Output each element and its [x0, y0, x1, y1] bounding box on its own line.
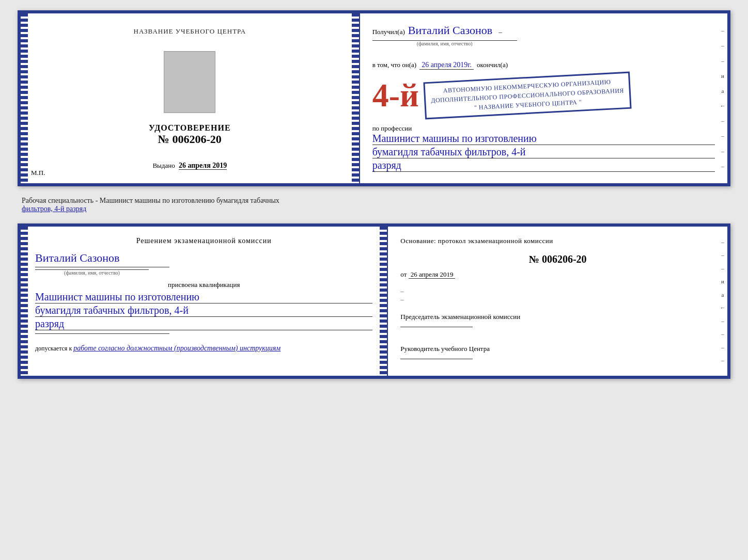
assigned-label: присвоена квалификация: [35, 281, 372, 289]
course-number: 4-й: [372, 79, 419, 112]
bottom-right-decorative: – – – и а ← – – – –: [718, 227, 727, 376]
cert-number-section: УДОСТОВЕРЕНИЕ № 006206-20: [149, 123, 231, 146]
middle-main-text: Рабочая специальность - Машинист машины …: [22, 197, 279, 204]
issued-line: Выдано 26 апреля 2019: [152, 162, 227, 170]
chairman-sign-line: [400, 327, 473, 327]
recipient-sublabel: (фамилия, имя, отчество): [372, 40, 517, 46]
bottom-cert-right: Основание: протокол экзаменационной коми…: [388, 227, 727, 376]
stamp-box: АВТОНОМНУЮ НЕКОММЕРЧЕСКУЮ ОРГАНИЗАЦИЮ ДО…: [423, 72, 631, 120]
issued-label: Выдано: [152, 162, 175, 169]
top-cert-right: Получил(а) Виталий Сазонов – (фамилия, и…: [360, 13, 727, 183]
protocol-date: от 26 апреля 2019: [400, 270, 715, 279]
cert-word: УДОСТОВЕРЕНИЕ: [149, 123, 231, 133]
right-border-decoration-left-panel: [352, 13, 359, 183]
protocol-number: № 006206-20: [400, 253, 715, 265]
middle-text: Рабочая специальность - Машинист машины …: [18, 195, 730, 215]
top-cert-left: НАЗВАНИЕ УЧЕБНОГО ЦЕНТРА УДОСТОВЕРЕНИЕ №…: [21, 13, 360, 183]
date-value: 26 апреля 2019: [409, 270, 456, 279]
allowed-text: допускается к работе согласно должностны…: [35, 344, 372, 353]
director-sign-line: [400, 359, 473, 359]
vtom-label: в том, что он(а): [372, 61, 417, 69]
profession-line2: бумагидля табачных фильтров, 4-й: [372, 146, 715, 158]
director-label: Руководитель учебного Центра: [400, 344, 715, 355]
middle-underline-text: фильтров, 4-й разряд: [22, 205, 86, 213]
name-underline: [35, 267, 169, 267]
allowed-label: допускается к: [35, 345, 72, 352]
bottom-left-right-border: [380, 227, 387, 376]
decision-heading: Решением экзаменационной комиссии: [35, 237, 372, 245]
person-sublabel: (фамилия, имя, отчество): [35, 269, 149, 276]
right-decorative: – – – и а ← – – – –: [718, 13, 727, 183]
bottom-cert-left: Решением экзаменационной комиссии Витали…: [21, 227, 388, 376]
left-border-decoration: [21, 13, 28, 183]
training-center-heading: НАЗВАНИЕ УЧЕБНОГО ЦЕНТРА: [134, 27, 246, 36]
qual-line1: Машинист машины по изготовлению: [35, 291, 372, 303]
qual-line2: бумагидля табачных фильтров, 4-й: [35, 305, 372, 317]
profession-line3: разряд: [372, 159, 715, 172]
cert-date: 26 апреля 2019г.: [419, 61, 474, 70]
recipient-name: Виталий Сазонов: [408, 24, 492, 37]
qual-line3: разряд: [35, 318, 372, 330]
qual-underline: [35, 333, 169, 334]
mp-label: М.П.: [31, 169, 45, 177]
bottom-person-name: Виталий Сазонов: [35, 251, 119, 264]
profession-line1: Машинист машины по изготовлению: [372, 133, 715, 145]
bottom-certificate: Решением экзаменационной комиссии Витали…: [18, 223, 730, 379]
top-certificate: НАЗВАНИЕ УЧЕБНОГО ЦЕНТРА УДОСТОВЕРЕНИЕ №…: [18, 10, 730, 186]
basis-heading: Основание: протокол экзаменационной коми…: [400, 237, 715, 245]
cert-number: № 006206-20: [149, 133, 231, 146]
chairman-label: Председатель экзаменационной комиссии: [400, 312, 715, 323]
bottom-left-border: [21, 227, 28, 376]
photo-placeholder: [164, 51, 215, 113]
issued-date: 26 апреля 2019: [179, 162, 227, 170]
okончил-label: окончил(а): [477, 61, 508, 69]
profession-label: по профессии: [372, 124, 715, 133]
allowed-value: работе согласно должностным (производств…: [73, 344, 280, 352]
date-label: от: [400, 270, 407, 278]
received-label: Получил(а): [372, 28, 405, 36]
